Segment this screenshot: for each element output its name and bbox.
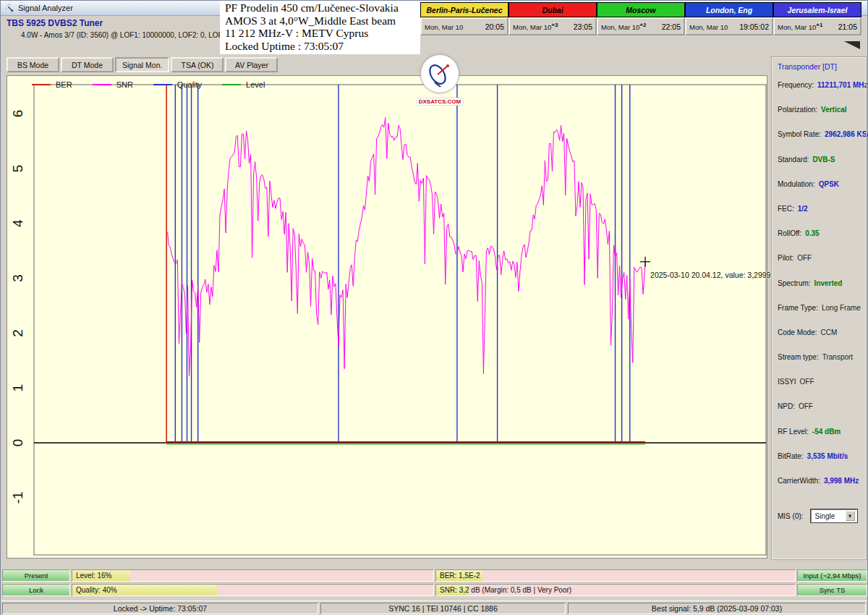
tab-signal-mon[interactable]: Signal Mon. <box>115 57 169 72</box>
statusbar-sync-counters: SYNC 16 | TEI 10746 | CC 1886 <box>320 603 566 614</box>
legend-quality: Quality <box>153 80 202 89</box>
ber-bar-text: BER: 1,5E-2 <box>436 572 480 580</box>
tp-row-modulation: Modulation:QPSK <box>778 180 861 189</box>
app-icon <box>4 3 14 13</box>
clock-time-value: 23:05 <box>574 22 592 31</box>
tp-row-pilot: Pilot:OFF <box>778 254 861 263</box>
pointer-icon <box>844 41 860 49</box>
tp-row-code-mode: Code Mode:CCM <box>778 328 861 337</box>
tp-value: CCM <box>820 328 837 336</box>
tp-label: BitRate: <box>778 452 804 460</box>
tuner-subtitle: 4.0W - Amos 3/7 (ID: 3560) @ LOF1: 10000… <box>21 31 242 39</box>
tab-bs-mode[interactable]: BS Mode <box>7 57 59 72</box>
mis-label: MIS (0): <box>778 512 804 520</box>
snr-bar: SNR: 3,2 dB (Margin: 0,5 dB | Very Poor) <box>435 584 796 596</box>
svg-text:5: 5 <box>10 165 25 173</box>
tp-row-standard: Standard:DVB-S <box>778 156 861 164</box>
tp-value: 3,998 MHz <box>824 477 859 485</box>
tp-value: 11211,701 MHz <box>817 81 868 89</box>
tab-av-player[interactable]: AV Player <box>225 57 278 72</box>
quality-bar: Quality: 40% <box>72 584 434 596</box>
tuner-info: TBS 5925 DVBS2 Tuner 4.0W - Amos 3/7 (ID… <box>7 18 242 39</box>
clock-berlin: Berlin-Paris-Lučenec Mon, Mar 10 20:05 <box>420 2 509 35</box>
clock-city-label: Moscow <box>597 2 685 17</box>
transponder-panel: Transponder [DT] Frequency:11211,701 MHz… <box>772 57 866 559</box>
ber-swatch-icon <box>32 84 51 85</box>
annotation-line-1: PF Prodelin 450 cm/Lučenec-Slovakia <box>225 1 415 14</box>
tp-label: Code Mode: <box>778 328 817 336</box>
tp-row-npd: NPD:OFF <box>778 402 861 411</box>
tp-row-rolloff: RollOff:0.35 <box>778 229 861 238</box>
mis-selected-value: Single <box>815 512 835 520</box>
clock-jerusalem: Jerusalem-Israel Mon, Mar 10+1 21:05 <box>773 2 861 35</box>
tp-value: 0.35 <box>805 229 819 237</box>
clock-date: Mon, Mar 10 <box>425 22 463 31</box>
tp-label: Symbol Rate: <box>778 130 821 138</box>
tp-row-frequency: Frequency:11211,701 MHz <box>778 81 861 90</box>
clock-time-row: Mon, Mar 10 19:05:02 <box>685 17 773 35</box>
clock-city-label: Jerusalem-Israel <box>773 2 861 17</box>
tp-row-polarization: Polarization:Vertical <box>778 106 861 114</box>
level-bar: Level: 16% <box>72 569 434 582</box>
tp-label: Standard: <box>778 156 809 164</box>
tp-value: DVB-S <box>812 156 835 164</box>
tp-label: Spectrum: <box>778 279 811 287</box>
dxsatcs-logo: DXSATCS.COM <box>414 54 465 106</box>
svg-text:-1: -1 <box>10 491 25 504</box>
clock-date: Mon, Mar 10+1 <box>778 22 822 31</box>
tp-row-carrier-width: CarrierWidth:3,998 MHz <box>778 477 861 485</box>
tp-value: Inverted <box>814 279 843 287</box>
tp-label: RF Level: <box>778 428 809 436</box>
clock-time-value: 21:05 <box>838 22 857 31</box>
tab-tsa[interactable]: TSA (OK) <box>171 57 224 72</box>
lock-indicator: Lock <box>2 584 70 596</box>
tp-row-fec: FEC:1/2 <box>778 205 861 213</box>
tp-value: 2962,986 KS/s <box>825 130 868 138</box>
tp-value: OFF <box>800 378 814 386</box>
statusbar-best-signal: Best signal: 5,9 dB (2025-03-09 07:03) <box>568 603 866 614</box>
tp-value: 1/2 <box>798 205 808 213</box>
chevron-down-icon: ▾ <box>846 511 855 521</box>
mis-row: MIS (0): Single ▾ <box>778 509 857 522</box>
tp-label: FEC: <box>778 205 794 213</box>
svg-text:0: 0 <box>10 439 25 447</box>
annotation-line-2: AMOS 3 at 4,0°W_Middle East beam <box>225 14 415 27</box>
tp-label: Modulation: <box>778 180 815 188</box>
tp-label: Polarization: <box>778 106 817 114</box>
clock-time-value: 19:05:02 <box>739 22 769 31</box>
clock-date: Mon, Mar 10 <box>689 22 728 31</box>
logo-text: DXSATCS.COM <box>416 98 464 106</box>
transponder-title: Transponder [DT] <box>778 62 861 71</box>
level-bar-text: Level: 16% <box>72 572 111 580</box>
signal-chart[interactable]: 6543210-1 <box>7 76 768 559</box>
annotation-box: PF Prodelin 450 cm/Lučenec-Slovakia AMOS… <box>220 1 420 54</box>
svg-text:6: 6 <box>10 110 25 118</box>
tp-label: Stream type: <box>778 353 819 361</box>
quality-swatch-icon <box>153 84 172 85</box>
svg-text:4: 4 <box>10 219 25 227</box>
status-bar: Locked -> Uptime: 73:05:07 SYNC 16 | TEI… <box>1 601 867 615</box>
clock-time-row: Mon, Mar 10 20:05 <box>420 17 509 35</box>
sync-ts-indicator: Sync TS <box>797 584 867 596</box>
clock-time-value: 22:05 <box>662 22 681 31</box>
clock-london: London, Eng Mon, Mar 10 19:05:02 <box>685 2 773 35</box>
clock-date: Mon, Mar 10+2 <box>601 22 646 31</box>
mis-dropdown[interactable]: Single ▾ <box>811 509 857 522</box>
input-indicator: Input (~2,94 Mbps) <box>797 569 867 582</box>
statusbar-uptime: Locked -> Uptime: 73:05:07 <box>2 603 318 614</box>
tp-value: -54 dBm <box>812 428 841 436</box>
tp-label: CarrierWidth: <box>778 477 820 485</box>
svg-text:1: 1 <box>10 384 25 392</box>
present-indicator: Present <box>2 569 70 582</box>
tp-label: NPD: <box>778 402 795 410</box>
clock-time-value: 20:05 <box>485 22 504 31</box>
clock-time-row: Mon, Mar 10+1 21:05 <box>773 17 861 35</box>
signal-analyzer-window: Signal Analyzer TBS 5925 DVBS2 Tuner 4.0… <box>0 0 868 615</box>
tab-dt-mode[interactable]: DT Mode <box>61 57 114 72</box>
tp-value: OFF <box>799 402 813 410</box>
tp-row-bitrate: BitRate:3,535 Mbit/s <box>778 452 861 461</box>
tp-row-symbol-rate: Symbol Rate:2962,986 KS/s <box>778 130 861 139</box>
clock-city-label: Dubai <box>509 2 597 17</box>
tp-value: Transport <box>822 353 853 361</box>
tp-value: QPSK <box>819 180 839 188</box>
